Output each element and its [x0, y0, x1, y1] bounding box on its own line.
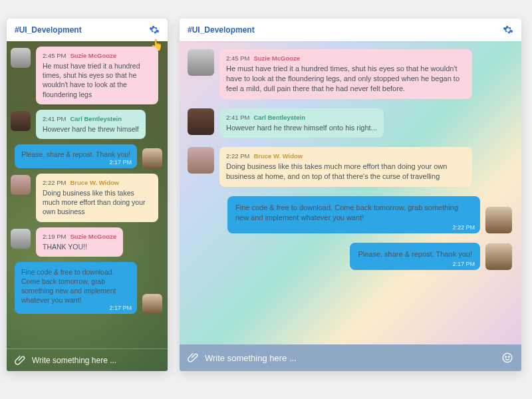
- svg-point-2: [509, 356, 510, 358]
- attach-icon[interactable]: [15, 354, 27, 366]
- message-row[interactable]: 2:41 PMCarl BentleysteinHowever hard he …: [188, 108, 512, 138]
- gear-icon[interactable]: [503, 25, 513, 35]
- message-text: Doing business like this takes much more…: [43, 188, 152, 217]
- chat-header: #UI_Development: [7, 19, 168, 41]
- message-meta: 2:19 PMSuzie McGooze: [43, 233, 116, 240]
- message-bubble: 2:45 PMSuzie McGoozeHe must have tried i…: [36, 47, 158, 104]
- emoji-icon[interactable]: [501, 352, 513, 364]
- avatar[interactable]: [11, 48, 31, 68]
- avatar[interactable]: [485, 207, 512, 233]
- avatar[interactable]: [485, 243, 512, 270]
- message-text: He must have tried it a hundred times, s…: [226, 64, 466, 94]
- message-time: 2:45 PM: [43, 52, 66, 59]
- message-row[interactable]: 2:19 PMSuzie McGoozeTHANK YOU!!: [11, 227, 162, 257]
- message-bubble: 2:41 PMCarl BentleysteinHowever hard he …: [36, 110, 146, 139]
- message-time: 2:19 PM: [43, 233, 66, 240]
- message-time: 2:17 PM: [452, 261, 475, 267]
- attach-icon[interactable]: [188, 352, 200, 364]
- message-meta: 2:45 PMSuzie McGooze: [226, 55, 466, 62]
- avatar[interactable]: [11, 175, 31, 195]
- message-text: THANK YOU!!: [43, 242, 116, 251]
- message-row[interactable]: 2:45 PMSuzie McGoozeHe must have tried i…: [188, 49, 512, 99]
- message-bubble: 2:22 PMBruce W. WidowDoing business like…: [219, 147, 472, 187]
- svg-point-0: [503, 353, 512, 362]
- message-bubble: 2:45 PMSuzie McGoozeHe must have tried i…: [219, 49, 472, 99]
- message-bubble: Please, share & repost. Thank you!2:17 P…: [350, 243, 480, 270]
- message-time: 2:41 PM: [43, 115, 66, 122]
- channel-title: #UI_Development: [15, 25, 82, 35]
- message-text: However hard he threw himself: [43, 124, 139, 134]
- message-author: Carl Bentleystein: [70, 115, 122, 122]
- message-row[interactable]: 2:22 PMBruce W. WidowDoing business like…: [11, 174, 162, 222]
- gear-icon[interactable]: [149, 25, 160, 35]
- avatar[interactable]: [188, 147, 214, 174]
- message-text: Please, share & repost. Thank you!: [21, 150, 130, 159]
- chat-header: #UI_Development: [180, 19, 521, 41]
- message-text: Please, share & repost. Thank you!: [358, 249, 472, 259]
- message-feed[interactable]: 2:45 PMSuzie McGoozeHe must have tried i…: [7, 41, 168, 348]
- message-meta: 2:41 PMCarl Bentleystein: [226, 114, 377, 121]
- message-bubble: Please, share & repost. Thank you!2:17 P…: [15, 144, 137, 168]
- message-meta: 2:22 PMBruce W. Widow: [226, 152, 466, 160]
- message-bubble: Fine code & free to download. Come back …: [227, 196, 480, 233]
- message-time: 2:45 PM: [226, 55, 249, 62]
- composer-input[interactable]: [32, 356, 160, 365]
- message-meta: 2:41 PMCarl Bentleystein: [43, 115, 139, 122]
- message-text: However hard he threw himself onto his r…: [226, 123, 377, 133]
- message-time: 2:22 PM: [452, 224, 475, 231]
- message-meta: 2:45 PMSuzie McGooze: [43, 52, 152, 59]
- avatar[interactable]: [11, 111, 31, 131]
- channel-title: #UI_Development: [188, 25, 255, 35]
- chat-panel-desktop: #UI_Development 2:45 PMSuzie McGoozeHe m…: [180, 19, 521, 371]
- message-time: 2:17 PM: [109, 305, 132, 311]
- message-author: Suzie McGooze: [253, 55, 300, 62]
- message-row[interactable]: Fine code & free to download. Come back …: [11, 262, 162, 315]
- message-row[interactable]: Fine code & free to download. Come back …: [188, 196, 512, 233]
- message-time: 2:22 PM: [43, 179, 66, 186]
- composer-input[interactable]: [205, 353, 496, 363]
- message-time: 2:22 PM: [226, 152, 249, 160]
- message-author: Carl Bentleystein: [253, 114, 305, 121]
- message-author: Bruce W. Widow: [70, 179, 119, 186]
- composer: [7, 348, 168, 371]
- message-meta: 2:22 PMBruce W. Widow: [43, 179, 152, 186]
- message-row[interactable]: Please, share & repost. Thank you!2:17 P…: [11, 144, 162, 168]
- message-author: Bruce W. Widow: [253, 152, 303, 160]
- message-text: Fine code & free to download. Come back …: [235, 203, 472, 223]
- message-text: Doing business like this takes much more…: [226, 162, 466, 182]
- message-text: He must have tried it a hundred times, s…: [43, 61, 152, 99]
- message-bubble: 2:22 PMBruce W. WidowDoing business like…: [36, 174, 158, 222]
- svg-point-1: [505, 356, 507, 358]
- avatar[interactable]: [188, 108, 214, 135]
- avatar[interactable]: [142, 148, 162, 168]
- message-row[interactable]: Please, share & repost. Thank you!2:17 P…: [188, 243, 512, 270]
- message-author: Suzie McGooze: [70, 52, 116, 59]
- message-time: 2:17 PM: [109, 159, 132, 166]
- message-author: Suzie McGooze: [70, 233, 116, 240]
- message-bubble: Fine code & free to download. Come back …: [15, 262, 137, 315]
- composer: [180, 344, 521, 371]
- avatar[interactable]: [188, 49, 214, 76]
- message-feed[interactable]: 2:45 PMSuzie McGoozeHe must have tried i…: [180, 41, 521, 344]
- chat-panel-mobile: #UI_Development 👆 2:45 PMSuzie McGoozeHe…: [7, 19, 168, 371]
- avatar[interactable]: [142, 294, 162, 314]
- avatar[interactable]: [11, 229, 31, 249]
- message-row[interactable]: 2:22 PMBruce W. WidowDoing business like…: [188, 147, 512, 187]
- message-row[interactable]: 2:45 PMSuzie McGoozeHe must have tried i…: [11, 47, 162, 104]
- message-bubble: 2:41 PMCarl BentleysteinHowever hard he …: [219, 108, 384, 138]
- message-text: Fine code & free to download. Come back …: [21, 267, 130, 305]
- message-row[interactable]: 2:41 PMCarl BentleysteinHowever hard he …: [11, 110, 162, 139]
- message-bubble: 2:19 PMSuzie McGoozeTHANK YOU!!: [36, 227, 123, 257]
- message-time: 2:41 PM: [226, 114, 249, 121]
